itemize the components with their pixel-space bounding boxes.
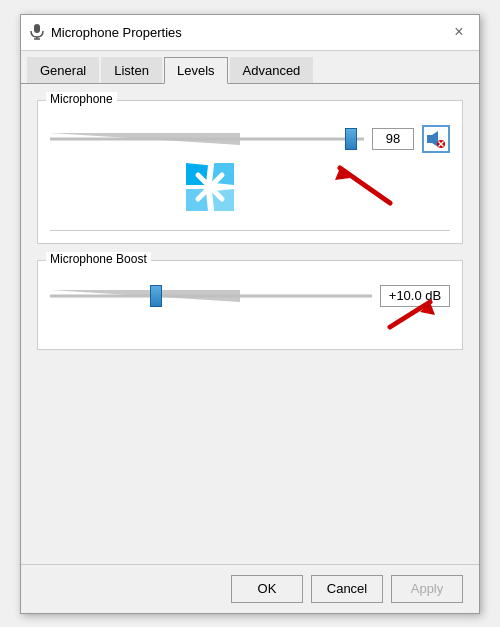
footer: OK Cancel Apply [21, 564, 479, 613]
svg-line-10 [340, 168, 390, 203]
tab-bar: General Listen Levels Advanced [21, 51, 479, 84]
boost-section-label: Microphone Boost [46, 252, 151, 266]
boost-annotation [50, 307, 450, 337]
close-button[interactable]: × [447, 20, 471, 44]
microphone-section-label: Microphone [46, 92, 117, 106]
svg-line-12 [390, 302, 430, 327]
microphone-slider-row: 98 [50, 117, 450, 153]
microphone-properties-window: Microphone Properties × General Listen L… [20, 14, 480, 614]
section-divider [50, 230, 450, 231]
ok-button[interactable]: OK [231, 575, 303, 603]
svg-rect-0 [34, 24, 40, 33]
boost-slider-thumb[interactable] [150, 285, 162, 307]
speaker-muted-icon [426, 129, 446, 149]
window-icon [29, 24, 45, 40]
microphone-value-box: 98 [372, 128, 414, 150]
annotation-arrow [320, 158, 410, 216]
microphone-slider-track[interactable] [50, 128, 364, 150]
tab-levels[interactable]: Levels [164, 57, 228, 84]
window-title: Microphone Properties [51, 25, 447, 40]
windows-icon-box [186, 163, 234, 211]
svg-rect-3 [427, 135, 432, 143]
title-bar: Microphone Properties × [21, 15, 479, 51]
microphone-section: Microphone 98 [37, 100, 463, 244]
tab-general[interactable]: General [27, 57, 99, 83]
tab-advanced[interactable]: Advanced [230, 57, 314, 83]
tab-content: Microphone 98 [21, 84, 479, 564]
boost-slider-track[interactable] [50, 285, 372, 307]
apply-button[interactable]: Apply [391, 575, 463, 603]
microphone-slider-thumb[interactable] [345, 128, 357, 150]
boost-section: Microphone Boost +10.0 dB [37, 260, 463, 350]
cancel-button[interactable]: Cancel [311, 575, 383, 603]
mute-button[interactable] [422, 125, 450, 153]
tab-listen[interactable]: Listen [101, 57, 162, 83]
